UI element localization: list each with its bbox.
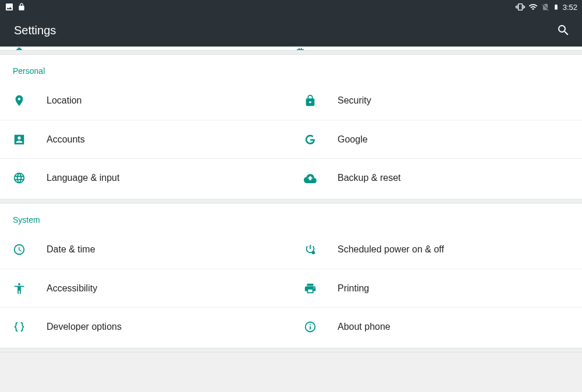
no-sim-icon [541,3,549,11]
item-label: Location [47,95,82,106]
item-printing[interactable]: Printing [291,269,582,307]
battery-icon [13,47,47,50]
google-icon [304,133,338,146]
item-label: Backup & reset [338,173,401,183]
settings-list[interactable]: Battery Memory Personal Location [0,47,582,352]
item-developer[interactable]: Developer options [0,307,291,345]
item-accessibility[interactable]: Accessibility [0,269,291,307]
globe-icon [13,172,47,184]
power-schedule-icon [304,243,338,256]
braces-icon [13,320,47,333]
battery-icon [553,2,559,12]
item-label: Developer options [47,322,122,332]
status-time: 3:52 [563,3,577,12]
item-accounts[interactable]: Accounts [0,120,291,158]
account-icon [13,133,47,146]
item-security[interactable]: Security [291,81,582,120]
image-icon [5,2,14,12]
page-title: Settings [14,24,56,37]
item-label: Security [338,95,371,106]
accessibility-icon [13,282,47,295]
item-label: Printing [338,283,369,294]
item-location[interactable]: Location [0,81,291,120]
memory-label: Memory [328,49,361,50]
item-label: About phone [338,322,391,332]
item-scheduled-power[interactable]: Scheduled power on & off [291,230,582,269]
item-language[interactable]: Language & input [0,158,291,197]
section-title-personal: Personal [0,55,582,81]
memory-icon [294,47,328,50]
item-label: Accounts [47,134,85,145]
search-button[interactable] [556,23,570,37]
info-icon [304,320,338,333]
item-label: Scheduled power on & off [338,244,444,255]
vibrate-icon [516,2,525,12]
app-bar: Settings [0,14,582,47]
printer-icon [304,282,338,295]
lock-icon [17,3,26,11]
item-label: Google [338,134,368,145]
battery-label: Battery [47,49,76,50]
clock-icon [13,243,47,256]
clipped-row: Battery Memory [0,47,582,50]
wifi-icon [528,2,538,12]
location-icon [13,94,47,107]
svg-point-0 [312,251,315,255]
lock-icon [304,94,338,107]
status-bar: 3:52 [0,0,582,14]
item-backup[interactable]: Backup & reset [291,158,582,197]
item-label: Accessibility [47,283,97,294]
section-system: System Date & time Scheduled power on & … [0,204,582,348]
item-date-time[interactable]: Date & time [0,230,291,269]
item-label: Language & input [47,173,119,183]
item-about-phone[interactable]: About phone [291,307,582,345]
section-personal: Personal Location Security Accounts [0,55,582,199]
cloud-upload-icon [304,172,338,184]
item-google[interactable]: Google [291,120,582,158]
section-title-system: System [0,204,582,230]
item-label: Date & time [47,244,95,255]
